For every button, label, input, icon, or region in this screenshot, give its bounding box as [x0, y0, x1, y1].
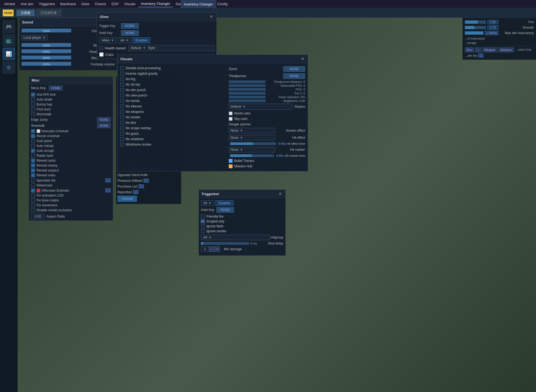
sidebar-icon-settings[interactable]: ⚙: [3, 61, 15, 74]
menu-key-btn[interactable]: HOME: [49, 86, 63, 91]
hit-effect-time-slider[interactable]: [230, 142, 276, 145]
all-dropdown[interactable]: All ▼: [118, 37, 131, 43]
tb-hold-key-btn[interactable]: NONE: [216, 207, 234, 213]
glow-enabled-btn[interactable]: Enabled: [133, 37, 150, 43]
bullet-tracers-check[interactable]: [229, 159, 233, 163]
reveal-votes-check[interactable]: [31, 173, 35, 177]
no-aim-punch-check[interactable]: [120, 88, 124, 92]
menu-item-triggerbot[interactable]: Triggerbot: [36, 1, 58, 7]
health-bar-badge[interactable]: ...: [478, 53, 483, 58]
allies-dropdown[interactable]: Allies ▼: [99, 37, 117, 43]
friendly-fire-check[interactable]: [201, 215, 205, 218]
noscope-cross-check[interactable]: [31, 129, 35, 133]
disable-post-check[interactable]: [120, 66, 124, 70]
tb-all-dropdown[interactable]: All ▼: [201, 200, 214, 206]
box-badge[interactable]: ...: [475, 47, 481, 52]
menu-item-inventory[interactable]: Inventory Changer: [138, 1, 173, 7]
skybox-dropdown[interactable]: Default ▼: [229, 104, 292, 110]
purchase-list-badge[interactable]: ...: [138, 184, 144, 188]
glow-panel-close[interactable]: ✕: [209, 14, 214, 19]
no-weapons-check[interactable]: [120, 110, 124, 114]
sky-color-check[interactable]: [229, 117, 233, 121]
max-aim-inaccuracy-slider[interactable]: [465, 31, 483, 35]
menu-item-esp[interactable]: ESP: [109, 1, 121, 7]
offscreen-color[interactable]: [37, 189, 40, 192]
fix-bone-check[interactable]: [31, 198, 35, 202]
tb-hitgroup-dropdown[interactable]: All ▼: [201, 235, 270, 240]
anti-afk-check[interactable]: [31, 93, 35, 97]
sidebar-icon-game[interactable]: 🎮: [3, 20, 15, 33]
ignore-flash-check[interactable]: [201, 224, 205, 228]
hit-effect-dropdown[interactable]: None▼: [229, 135, 275, 140]
radar-hack-check[interactable]: [31, 154, 35, 158]
no-smoke-check[interactable]: [120, 115, 124, 119]
menu-item-glow[interactable]: Glow: [79, 1, 92, 7]
auto-pistol-check[interactable]: [31, 139, 35, 143]
noscope-color-swatch[interactable]: [37, 129, 40, 133]
ignore-smoke-check[interactable]: [201, 229, 205, 233]
thirdperson-dist-slider[interactable]: [229, 80, 266, 83]
weapon-option[interactable]: Weapon: [482, 47, 497, 52]
toggle-key-btn[interactable]: NONE: [121, 23, 139, 29]
offscreen-check[interactable]: [31, 189, 35, 192]
recoil-cross-check[interactable]: [31, 134, 35, 138]
no-3d-sky-check[interactable]: [120, 83, 124, 86]
hit-marker-dropdown[interactable]: None▼: [229, 147, 275, 152]
style-dropdown[interactable]: Default ▼ Style: [128, 45, 214, 51]
moonwalk-check[interactable]: [31, 112, 35, 116]
screen-effect-dropdown[interactable]: None▼: [229, 128, 275, 133]
triggerbot-panel-close[interactable]: ✕: [278, 191, 283, 196]
reveal-ranks-check[interactable]: [31, 159, 35, 162]
tb-min-damage-minus[interactable]: −: [209, 246, 215, 252]
menu-item-aimbot[interactable]: Aimbot: [1, 1, 18, 7]
bunny-hop-check[interactable]: [31, 102, 35, 106]
no-shadows-check[interactable]: [120, 137, 124, 141]
world-color-check[interactable]: [229, 111, 233, 115]
fov-right-slider[interactable]: [465, 20, 486, 24]
spectator-list-badge[interactable]: ...: [105, 178, 111, 182]
slowwalk-key[interactable]: NONE: [97, 123, 111, 128]
menu-item-chams[interactable]: Chams: [92, 1, 109, 7]
auto-accept-check[interactable]: [31, 149, 35, 153]
disable-model-check[interactable]: [31, 208, 35, 212]
preserve-killfeed-badge[interactable]: ...: [143, 179, 149, 183]
unhook-btn[interactable]: Unhook: [118, 196, 137, 202]
menu-item-backtrack[interactable]: Backtrack: [58, 1, 79, 7]
flash-reduction-slider[interactable]: [229, 96, 266, 98]
fix-anim-check[interactable]: [31, 194, 35, 197]
reveal-money-check[interactable]: [31, 164, 35, 167]
no-blur-check[interactable]: [120, 121, 124, 125]
visuals-panel-close[interactable]: ✕: [300, 56, 305, 61]
taskbar-tab-main[interactable]: 主面板: [16, 10, 35, 16]
fix-movement-check[interactable]: [31, 203, 35, 207]
local-player-dropdown[interactable]: Local player ▼: [22, 35, 48, 40]
menu-item-config[interactable]: Config: [215, 1, 230, 7]
spectator-list-check[interactable]: [31, 179, 35, 182]
watermark-check[interactable]: [31, 183, 35, 187]
box-option[interactable]: Box: [465, 47, 474, 52]
no-view-punch-check[interactable]: [120, 94, 124, 97]
reportbot-badge[interactable]: ...: [133, 190, 138, 194]
glow-color-swatch[interactable]: [99, 52, 104, 57]
skeleton-option[interactable]: Skeleton: [498, 47, 514, 52]
wireframe-smoke-check[interactable]: [120, 143, 124, 146]
auto-strafe-check[interactable]: [31, 98, 35, 101]
zoom-key-btn[interactable]: NONE: [283, 66, 305, 72]
brightness-slider[interactable]: [229, 99, 266, 102]
tb-enabled-btn[interactable]: Enabled: [215, 200, 233, 206]
health-based-check[interactable]: [99, 46, 103, 50]
sidebar-icon-tv[interactable]: 📺: [3, 34, 15, 46]
no-fog-check[interactable]: [120, 77, 124, 81]
tb-min-damage-plus[interactable]: +: [215, 246, 220, 252]
menu-item-visuals[interactable]: Visuals: [121, 1, 138, 7]
viewmodel-fov-slider[interactable]: [229, 84, 266, 87]
hit-marker-time-slider[interactable]: [230, 154, 274, 157]
menu-item-antiaim[interactable]: Anti aim: [18, 1, 36, 7]
auto-reload-check[interactable]: [31, 144, 35, 148]
far-z-slider[interactable]: [229, 92, 266, 95]
taskbar-tab-tasks[interactable]: 已完成任务: [36, 10, 61, 16]
fast-duck-check[interactable]: [31, 107, 35, 111]
molotov-hull-check[interactable]: [229, 164, 233, 168]
no-scope-overlay-check[interactable]: [120, 126, 124, 130]
fov-slider[interactable]: [229, 88, 266, 91]
